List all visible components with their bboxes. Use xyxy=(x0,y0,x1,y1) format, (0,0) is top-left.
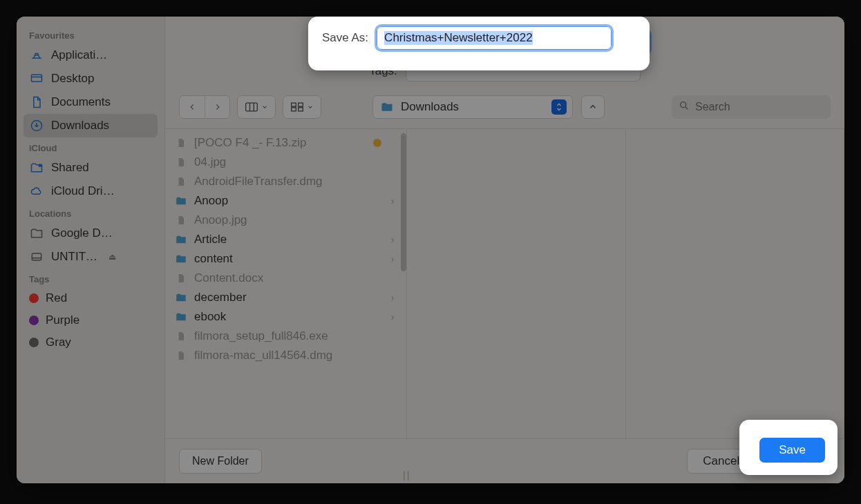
file-label: Article xyxy=(194,233,381,246)
sidebar-item-untitled[interactable]: UNTIT… ⏏ xyxy=(23,245,158,269)
file-columns: [POCO F4 _- F.13.zip04.jpgAndroidFileTra… xyxy=(165,129,844,438)
tags-input[interactable] xyxy=(406,61,641,81)
tag-dot-icon xyxy=(29,293,39,303)
file-label: Content.docx xyxy=(194,271,381,285)
file-label: [POCO F4 _- F.13.zip xyxy=(194,136,366,150)
search-input[interactable] xyxy=(695,101,824,113)
sidebar-item-label: Documents xyxy=(51,95,111,109)
sidebar-item-shared[interactable]: Shared xyxy=(23,156,158,180)
sidebar-item-label: Downloads xyxy=(51,119,109,133)
sidebar-item-label: iCloud Dri… xyxy=(51,184,115,198)
folder-row[interactable]: Article› xyxy=(165,230,406,249)
new-folder-button[interactable]: New Folder xyxy=(179,449,262,474)
file-icon xyxy=(175,330,187,342)
folder-icon xyxy=(175,311,187,323)
sidebar-item-documents[interactable]: Documents xyxy=(23,90,158,114)
cancel-button[interactable]: Cancel xyxy=(687,449,755,474)
file-row: filmora-mac_ull14564.dmg xyxy=(165,346,406,365)
save-button[interactable]: Save xyxy=(759,438,825,463)
tag-dot-icon xyxy=(29,316,39,325)
file-row: [POCO F4 _- F.13.zip xyxy=(165,133,406,153)
file-icon xyxy=(175,349,187,362)
file-label: ebook xyxy=(194,310,381,324)
back-button[interactable] xyxy=(180,96,205,118)
updown-chevron-icon xyxy=(551,99,567,115)
sidebar-item-label: Gray xyxy=(46,336,71,349)
svg-rect-3 xyxy=(32,253,41,260)
folder-row[interactable]: december› xyxy=(165,288,406,307)
file-column-2 xyxy=(407,129,626,438)
download-icon xyxy=(29,118,44,133)
svg-point-2 xyxy=(39,164,41,166)
sidebar-item-icloud-drive[interactable]: iCloud Dri… xyxy=(23,180,158,203)
svg-rect-5 xyxy=(292,103,296,106)
sidebar-item-label: UNTIT… xyxy=(51,250,97,264)
file-icon xyxy=(175,137,187,149)
file-label: content xyxy=(194,252,381,266)
save-as-input[interactable] xyxy=(377,26,612,50)
cloud-icon xyxy=(29,184,44,199)
folder-row[interactable]: ebook› xyxy=(165,307,406,327)
folder-row[interactable]: Anoop› xyxy=(165,191,406,211)
save-dialog: Favourites Applicati… Desktop Documents … xyxy=(17,17,844,483)
file-column-3 xyxy=(626,129,845,438)
document-icon xyxy=(29,95,44,110)
chevron-right-icon: › xyxy=(388,311,397,322)
enclosing-folder-button[interactable] xyxy=(581,95,605,119)
sidebar-item-desktop[interactable]: Desktop xyxy=(23,67,158,90)
desktop-icon xyxy=(29,71,44,86)
save-as-label: Save As: xyxy=(322,31,368,45)
section-header-locations: Locations xyxy=(23,203,158,222)
file-label: december xyxy=(194,291,381,304)
apps-icon xyxy=(29,48,44,63)
scrollbar[interactable] xyxy=(401,133,406,271)
eject-icon[interactable]: ⏏ xyxy=(108,252,116,262)
folder-icon xyxy=(380,100,394,114)
location-popup[interactable]: Downloads xyxy=(372,95,573,119)
folder-icon xyxy=(175,195,187,207)
sidebar-item-applications[interactable]: Applicati… xyxy=(23,43,158,67)
file-column-1[interactable]: [POCO F4 _- F.13.zip04.jpgAndroidFileTra… xyxy=(165,129,407,438)
view-columns-button[interactable] xyxy=(237,95,276,119)
folder-icon xyxy=(29,226,44,241)
shared-folder-icon xyxy=(29,160,44,175)
main-panel: Save As: Tags: xyxy=(165,17,844,483)
file-row: 04.jpg xyxy=(165,153,406,172)
folder-row[interactable]: content› xyxy=(165,249,406,269)
sidebar-tag-red[interactable]: Red xyxy=(23,287,158,309)
folder-icon xyxy=(175,233,187,246)
chevron-right-icon: › xyxy=(388,292,397,303)
file-label: filmora_setup_full846.exe xyxy=(194,329,381,343)
sidebar-tag-gray[interactable]: Gray xyxy=(23,331,158,353)
file-label: filmora-mac_ull14564.dmg xyxy=(194,349,381,362)
sidebar-item-downloads[interactable]: Downloads xyxy=(23,114,158,137)
sidebar-item-label: Applicati… xyxy=(51,48,107,62)
group-by-button[interactable] xyxy=(283,95,321,119)
forward-button[interactable] xyxy=(205,96,229,118)
disk-icon xyxy=(29,249,44,264)
section-header-icloud: iCloud xyxy=(23,137,158,156)
svg-rect-0 xyxy=(32,75,42,81)
search-box[interactable] xyxy=(672,95,831,119)
tag-badge-icon xyxy=(373,139,381,147)
sidebar-item-google-drive[interactable]: Google D… xyxy=(23,222,158,245)
highlight-save-as-content: Save As: xyxy=(322,26,612,50)
sidebar: Favourites Applicati… Desktop Documents … xyxy=(17,17,165,483)
file-label: Anoop.jpg xyxy=(194,213,381,227)
tags-label: Tags: xyxy=(369,64,397,78)
folder-icon xyxy=(175,253,187,265)
chevron-right-icon: › xyxy=(388,195,397,206)
file-label: AndroidFileTransfer.dmg xyxy=(194,175,381,188)
file-icon xyxy=(175,272,187,284)
tag-dot-icon xyxy=(29,338,39,347)
file-row: Anoop.jpg xyxy=(165,211,406,230)
sidebar-tag-purple[interactable]: Purple xyxy=(23,309,158,331)
sidebar-item-label: Desktop xyxy=(51,72,94,86)
svg-rect-4 xyxy=(246,103,258,111)
tags-row: Tags: xyxy=(179,61,831,81)
file-icon xyxy=(175,175,187,188)
location-label: Downloads xyxy=(401,100,545,114)
nav-group xyxy=(179,95,230,119)
search-icon xyxy=(679,100,690,114)
file-label: Anoop xyxy=(194,194,381,208)
